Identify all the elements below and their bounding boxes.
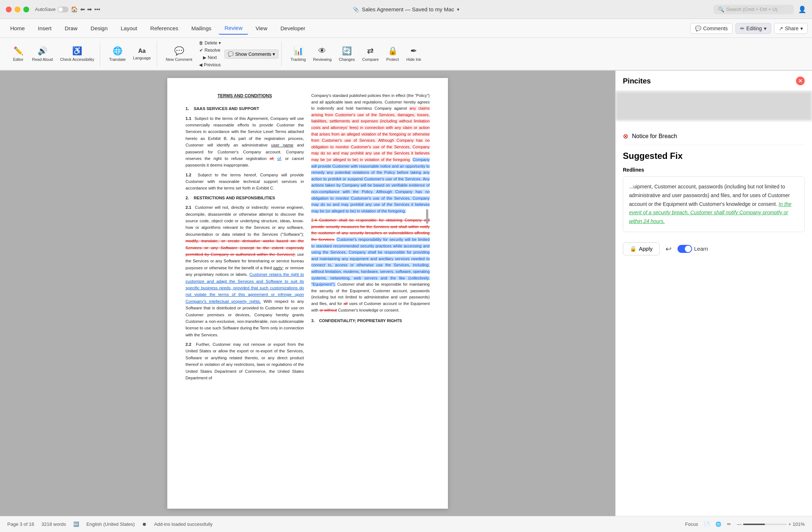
resolve-icon: ✔	[199, 48, 203, 53]
page-view-icon[interactable]: 📄	[704, 521, 710, 527]
word-count: 3218 words	[42, 521, 66, 527]
tab-insert[interactable]: Insert	[32, 22, 58, 34]
compare-tool[interactable]: ⇄ Compare	[359, 44, 382, 64]
focus-label[interactable]: Focus	[685, 521, 698, 527]
previous-tool[interactable]: ◀ Previous	[197, 62, 223, 68]
apply-label: Apply	[639, 246, 653, 252]
new-comment-tool[interactable]: 💬 New Comment	[163, 44, 195, 64]
reviewing-label: Reviewing	[313, 57, 332, 62]
translate-tool[interactable]: 🌐 Translate	[106, 44, 128, 64]
zoom-plus-icon[interactable]: +	[788, 521, 791, 527]
redline-text-before: ...uipment, Customer account, passwords …	[629, 184, 790, 207]
zoom-progress	[743, 524, 765, 525]
autosave-toggle[interactable]	[58, 7, 69, 12]
previous-icon: ◀	[199, 62, 202, 67]
show-comments-label: Show Comments	[235, 51, 271, 57]
share-arrow-icon: ↗	[779, 26, 783, 31]
delete-tool[interactable]: 🗑 Delete ▾	[197, 40, 223, 46]
apply-button[interactable]: 🔒 Apply	[623, 242, 660, 255]
search-box[interactable]: 🔍 Search (Cmd + Ctrl + U)	[714, 5, 794, 14]
new-comment-label: New Comment	[166, 57, 192, 62]
notice-label: Notice for Breach	[632, 133, 677, 140]
zoom-level: 101%	[793, 521, 805, 527]
para-1-2: 1.2 Subject to the terms hereof, Company…	[186, 172, 304, 192]
delete-icon: 🗑	[199, 40, 203, 46]
comments-button[interactable]: 💬 Comments	[690, 23, 733, 34]
para-2-2: 2.2 Further, Customer may not remove or …	[186, 341, 304, 381]
close-traffic-light[interactable]	[6, 7, 12, 12]
undo-icon: ↩	[665, 245, 672, 253]
statusbar-right: Focus 📄 🌐 ✏ — + 101%	[685, 521, 805, 527]
translate-label: Translate	[109, 57, 125, 62]
resolve-tool[interactable]: ✔ Resolve	[197, 47, 223, 54]
reviewing-icon: 👁	[318, 46, 326, 56]
more-options-icon[interactable]: •••	[94, 6, 100, 13]
hide-ink-tool[interactable]: ✒ Hide Ink	[403, 44, 424, 64]
learn-toggle-switch[interactable]	[678, 245, 692, 253]
learn-label: Learn	[694, 246, 708, 252]
title-text: Sales Agreement — Saved to my Mac	[362, 6, 454, 12]
traffic-lights	[6, 7, 29, 12]
editing-button[interactable]: ✏ Editing ▾	[735, 23, 771, 34]
share-chevron-icon: ▾	[800, 26, 803, 31]
pincites-title: Pincites	[623, 77, 651, 85]
changes-tool[interactable]: 🔄 Changes	[336, 44, 358, 64]
editor-tool[interactable]: ✏️ Editor	[9, 44, 28, 64]
fullscreen-traffic-light[interactable]	[23, 7, 29, 12]
share-icon[interactable]: 👤	[798, 5, 806, 13]
pincites-close-button[interactable]: ✕	[796, 77, 805, 85]
compare-label: Compare	[362, 57, 379, 62]
tracking-tool[interactable]: 📊 Tracking	[288, 44, 309, 64]
previous-label: Previous	[204, 62, 221, 67]
main-content: TERMS AND CONDITIONS 1. SAAS SERVICES AN…	[0, 71, 812, 516]
zoom-area: — + 101%	[737, 521, 805, 527]
tab-layout[interactable]: Layout	[115, 22, 143, 34]
next-tool[interactable]: ▶ Next	[197, 54, 223, 61]
tab-review[interactable]: Review	[219, 22, 248, 35]
tab-developer[interactable]: Developer	[274, 22, 311, 34]
back-icon[interactable]: ⬅	[80, 6, 85, 13]
language-tool[interactable]: Aa Language	[130, 46, 154, 62]
toolbar-group-language: 🌐 Translate Aa Language	[103, 41, 157, 67]
para-2-3: 2.4 Customer shall be responsible for ob…	[311, 217, 430, 313]
redline-content-box: ...uipment, Customer account, passwords …	[623, 176, 805, 232]
home-icon[interactable]: 🏠	[71, 6, 78, 13]
globe-icon[interactable]: 🌐	[715, 521, 721, 527]
tab-view[interactable]: View	[250, 22, 273, 34]
tab-draw[interactable]: Draw	[59, 22, 83, 34]
redo-icon[interactable]: ➡	[87, 6, 92, 13]
tab-references[interactable]: References	[144, 22, 184, 34]
ribbon: Home Insert Draw Design Layout Reference…	[0, 19, 812, 38]
doc-title: TERMS AND CONDITIONS	[186, 93, 304, 99]
language: English (United States)	[86, 521, 135, 527]
comment-icon: 💬	[695, 26, 701, 31]
tab-design[interactable]: Design	[85, 22, 114, 34]
check-accessibility-tool[interactable]: ♿ Check Accessibility	[57, 44, 97, 64]
zoom-slider[interactable]	[743, 524, 787, 525]
scrollbar[interactable]	[426, 209, 428, 224]
undo-button[interactable]: ↩	[664, 243, 673, 255]
read-aloud-tool[interactable]: 🔊 Read Aloud	[29, 44, 56, 64]
edit-pencil-icon[interactable]: ✏	[727, 521, 731, 527]
language-icon: Aa	[138, 48, 145, 54]
share-button[interactable]: ↗ Share ▾	[774, 23, 808, 34]
minimize-traffic-light[interactable]	[15, 7, 20, 12]
resolve-label: Resolve	[204, 48, 220, 53]
autosave-area: AutoSave 🏠 ⬅ ➡ •••	[35, 6, 100, 13]
pincites-content: ⊗ Notice for Breach Suggested Fix Redlin…	[616, 121, 812, 516]
zoom-minus-icon[interactable]: —	[737, 521, 742, 527]
document-area[interactable]: TERMS AND CONDITIONS 1. SAAS SERVICES AN…	[0, 71, 615, 516]
read-aloud-label: Read Aloud	[32, 57, 53, 62]
check-accessibility-label: Check Accessibility	[60, 57, 94, 62]
editing-label: Editing	[746, 26, 762, 31]
document-page: TERMS AND CONDITIONS 1. SAAS SERVICES AN…	[167, 78, 448, 509]
statusbar: Page 3 of 16 3218 words 🔤 English (Unite…	[0, 516, 812, 532]
reviewing-tool[interactable]: 👁 Reviewing	[310, 44, 335, 64]
show-comments-button[interactable]: 💬 Show Comments ▾	[225, 50, 278, 59]
document-title: 📎 Sales Agreement — Saved to my Mac ▾	[353, 6, 459, 12]
tab-mailings[interactable]: Mailings	[186, 22, 217, 34]
protect-tool[interactable]: 🔒 Protect	[383, 44, 402, 64]
chevron-down-icon[interactable]: ▾	[457, 7, 459, 12]
tab-home[interactable]: Home	[4, 22, 31, 34]
protect-label: Protect	[386, 57, 399, 62]
